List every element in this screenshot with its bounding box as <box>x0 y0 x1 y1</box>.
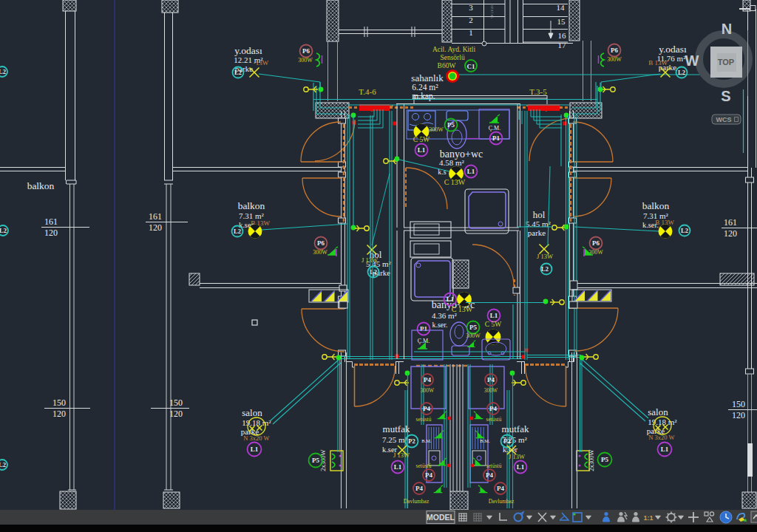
svg-text:2x300W: 2x300W <box>588 449 595 471</box>
svg-text:y.odası: y.odası <box>234 45 262 56</box>
svg-text:120: 120 <box>732 410 745 420</box>
svg-text:3: 3 <box>469 3 473 12</box>
svg-text:B.M.: B.M. <box>421 438 432 443</box>
svg-text:P4: P4 <box>415 485 423 492</box>
svg-text:120: 120 <box>169 409 183 419</box>
svg-text:N: N <box>722 21 732 37</box>
svg-text:4.58 m²: 4.58 m² <box>439 158 465 167</box>
svg-text:P4: P4 <box>487 376 495 383</box>
svg-text:14: 14 <box>557 3 566 12</box>
svg-text:C 5W: C 5W <box>485 321 501 328</box>
svg-text:WCS: WCS <box>716 116 732 123</box>
svg-text:L2: L2 <box>370 268 377 276</box>
svg-text:16: 16 <box>558 31 567 40</box>
svg-text:C 13W: C 13W <box>452 305 473 313</box>
svg-text:S: S <box>721 88 730 104</box>
svg-text:7.25 m²: 7.25 m² <box>382 435 408 444</box>
svg-text:150: 150 <box>732 399 745 409</box>
svg-text:Sensörlü: Sensörlü <box>440 54 465 61</box>
svg-text:P5: P5 <box>469 324 477 331</box>
svg-text:J 13W: J 13W <box>509 453 525 460</box>
svg-text:300W: 300W <box>421 387 435 394</box>
svg-text:L2: L2 <box>678 69 685 76</box>
svg-text:L2: L2 <box>234 69 242 76</box>
svg-text:L1: L1 <box>447 296 455 303</box>
svg-text:J 13W: J 13W <box>361 256 378 264</box>
svg-text:P4: P4 <box>424 376 431 383</box>
svg-text:17: 17 <box>558 41 567 50</box>
svg-text:P4: P4 <box>486 471 493 479</box>
svg-text:MODEL: MODEL <box>427 513 455 522</box>
svg-text:2: 2 <box>469 16 473 24</box>
svg-text:J 13W: J 13W <box>537 253 553 260</box>
svg-text:mutfak: mutfak <box>383 423 410 434</box>
svg-text:k.ser.: k.ser. <box>432 321 447 329</box>
svg-text:C 13W: C 13W <box>444 178 466 186</box>
svg-text:L2: L2 <box>0 461 6 468</box>
svg-text:300W: 300W <box>484 387 498 394</box>
svg-text:L2: L2 <box>0 227 7 234</box>
svg-text:W: W <box>685 52 699 69</box>
svg-text:161: 161 <box>149 211 162 222</box>
svg-text:L1: L1 <box>251 446 259 453</box>
svg-text:balkon: balkon <box>642 200 670 211</box>
svg-text:120: 120 <box>149 222 162 233</box>
svg-text:setüstü: setüstü <box>486 416 502 423</box>
svg-text:salon: salon <box>242 407 262 418</box>
svg-text:300W: 300W <box>429 126 444 133</box>
svg-text:P5: P5 <box>447 121 455 129</box>
svg-text:Davlumbaz: Davlumbaz <box>404 498 430 505</box>
svg-text:setüstü: setüstü <box>486 463 502 469</box>
svg-text:Davlumbaz: Davlumbaz <box>489 498 515 505</box>
svg-text:P4: P4 <box>423 405 430 412</box>
svg-text:P6: P6 <box>302 47 310 55</box>
svg-text:sahanlık: sahanlık <box>411 72 444 83</box>
svg-text:P2: P2 <box>503 437 510 445</box>
svg-text:L2: L2 <box>541 265 549 273</box>
svg-text:300W: 300W <box>313 249 327 256</box>
svg-text:P4: P4 <box>425 471 432 479</box>
svg-text:150: 150 <box>169 398 183 408</box>
svg-text:07/17.05: 07/17.05 <box>490 5 494 18</box>
svg-text:161: 161 <box>44 216 58 227</box>
svg-text:L2: L2 <box>234 228 241 235</box>
svg-text:1:1: 1:1 <box>643 514 653 522</box>
svg-text:C1: C1 <box>467 63 475 70</box>
svg-text:mutfak: mutfak <box>502 423 529 434</box>
svg-text:C 5W: C 5W <box>413 136 430 143</box>
svg-text:P4: P4 <box>497 485 504 492</box>
svg-text:L2: L2 <box>681 227 688 234</box>
svg-text:L1: L1 <box>394 463 402 471</box>
svg-text:161: 161 <box>724 217 737 228</box>
svg-text:P6: P6 <box>592 239 600 247</box>
svg-text:L1: L1 <box>418 146 426 154</box>
svg-text:300W: 300W <box>607 56 622 63</box>
svg-text:P6: P6 <box>611 47 618 54</box>
svg-text:P1: P1 <box>492 134 500 142</box>
svg-text:hol: hol <box>533 209 546 220</box>
svg-text:parke: parke <box>528 228 546 237</box>
svg-text:120: 120 <box>44 228 58 238</box>
svg-text:L1: L1 <box>517 463 525 471</box>
svg-text:120: 120 <box>724 228 737 239</box>
svg-text:P6: P6 <box>317 239 325 247</box>
svg-text:P2: P2 <box>408 437 415 445</box>
svg-text:T.4-6: T.4-6 <box>359 87 376 96</box>
svg-text:6.24 m²: 6.24 m² <box>412 83 438 92</box>
svg-text:-13W: -13W <box>254 59 269 66</box>
svg-text:setüstü: setüstü <box>416 463 432 469</box>
svg-text:T.3-5: T.3-5 <box>529 87 547 96</box>
svg-text:B60W: B60W <box>438 62 456 69</box>
svg-text:setüstü: setüstü <box>416 416 432 423</box>
svg-text:150: 150 <box>52 398 66 408</box>
svg-text:300W: 300W <box>466 332 481 339</box>
svg-text:L1: L1 <box>661 446 669 453</box>
svg-text:L1: L1 <box>467 168 475 175</box>
svg-text:B 13W: B 13W <box>648 59 668 66</box>
svg-text:P5: P5 <box>601 456 608 463</box>
svg-text:Acil. Ayd. Kitli: Acil. Ayd. Kitli <box>432 46 476 53</box>
svg-text:balkon: balkon <box>238 200 265 211</box>
svg-text:y.odası: y.odası <box>659 44 687 55</box>
svg-text:P1: P1 <box>420 325 427 332</box>
svg-text:P4: P4 <box>489 405 497 412</box>
